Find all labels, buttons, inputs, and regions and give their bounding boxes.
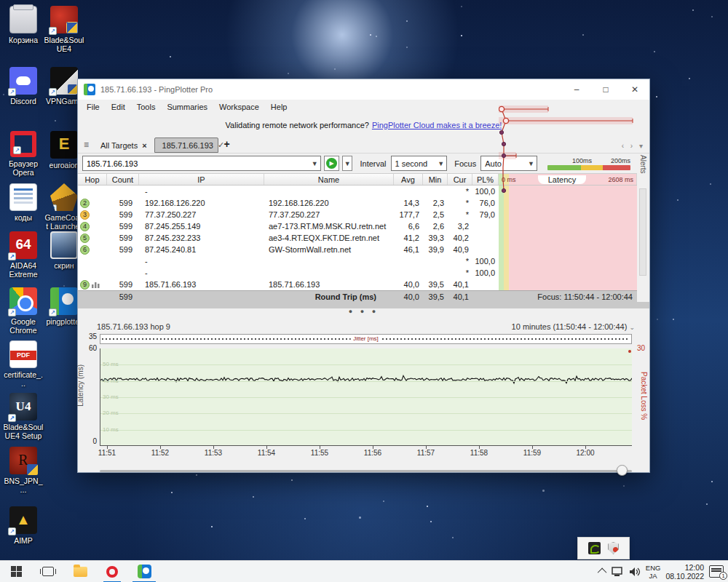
- windows-logo-icon: [11, 566, 22, 577]
- hamburger-icon[interactable]: ≡: [78, 140, 93, 153]
- desktop-icon-blade-and-soul-ue4-setup[interactable]: U4↗Blade&Soul UE4 Setup: [3, 393, 44, 440]
- chevron-down-icon: ⌄: [629, 324, 635, 331]
- clock[interactable]: 12:00 08.10.2022: [665, 563, 704, 581]
- maximize-button[interactable]: □: [591, 79, 620, 100]
- security-shield-icon[interactable]: [608, 542, 619, 554]
- latency-cell: [499, 197, 637, 209]
- desktop-icon-aimp[interactable]: ▲↗AIMP: [3, 506, 44, 545]
- cell: 599: [107, 197, 139, 209]
- desktop-icon-aida64-extreme[interactable]: 64↗AIDA64 Extreme: [3, 231, 44, 279]
- table-row[interactable]: -*100,0: [78, 255, 637, 267]
- timeline-graph-panel: 185.71.66.193 hop 9 10 minutes (11:50:44…: [78, 321, 649, 472]
- table-row[interactable]: -*100,0: [78, 267, 637, 279]
- cell: 39,5: [423, 279, 448, 290]
- minimize-button[interactable]: –: [562, 79, 591, 100]
- desktop-icon-bns-jpn[interactable]: RBNS_JPN_...: [3, 447, 44, 494]
- discord-icon: ↗: [9, 67, 37, 95]
- network-icon[interactable]: [612, 567, 624, 577]
- shortcut-arrow-icon: ↗: [49, 308, 57, 316]
- task-view-button[interactable]: [32, 561, 64, 582]
- cell: [264, 186, 394, 197]
- scrollbar-thumb[interactable]: [617, 465, 628, 476]
- desktop-icon-google-chrome[interactable]: ↗Google Chrome: [3, 287, 44, 335]
- target-input[interactable]: [83, 159, 309, 168]
- cell: 100,0: [472, 186, 499, 197]
- close-tab-icon[interactable]: ×: [142, 141, 146, 150]
- desktop-icon-label: Google Chrome: [3, 317, 44, 335]
- hop-badge: 9: [80, 280, 90, 290]
- graph-time-range-select[interactable]: 10 minutes (11:50:44 - 12:00:44) ⌄: [512, 322, 635, 331]
- google-chrome-icon: ↗: [9, 287, 37, 315]
- menu-help[interactable]: Help: [265, 101, 293, 113]
- pingplotter-taskbar-button[interactable]: [128, 561, 160, 582]
- cell: 185.71.66.193: [264, 279, 394, 290]
- desktop-icon-recycle-bin[interactable]: Корзина: [3, 6, 44, 44]
- volume-icon[interactable]: [629, 567, 641, 577]
- blade-and-soul-ue4-setup-icon: U4↗: [9, 393, 37, 420]
- cell: *: [448, 255, 472, 267]
- banner-link[interactable]: PingPlotter Cloud makes it a breeze!: [372, 121, 502, 129]
- target-combobox[interactable]: ▼: [82, 156, 321, 171]
- desktop-icon-discord[interactable]: ↗Discord: [3, 67, 44, 105]
- y2-axis-label: Packet Loss %: [640, 372, 648, 420]
- latency-cell: [499, 209, 637, 220]
- focus-select[interactable]: Auto ▼: [480, 156, 537, 171]
- menu-tools[interactable]: Tools: [131, 101, 162, 113]
- opera-taskbar-button[interactable]: [96, 561, 128, 582]
- cell: 87.245.232.233: [139, 232, 264, 244]
- combo-dropdown-icon[interactable]: ▼: [309, 160, 320, 167]
- menu-summaries[interactable]: Summaries: [161, 101, 213, 113]
- latency-cell: [499, 279, 637, 290]
- table-row[interactable]: 9599185.71.66.193185.71.66.19340,039,540…: [78, 279, 637, 290]
- menu-edit[interactable]: Edit: [106, 101, 131, 113]
- table-row[interactable]: 459987.245.255.149ae7-173.RT.M9.MSK.RU.r…: [78, 220, 637, 232]
- interval-label: Interval: [355, 159, 387, 168]
- cell: *: [448, 209, 472, 220]
- cell: 39,9: [423, 244, 448, 255]
- alerts-panel-tab[interactable]: Alerts: [637, 154, 649, 299]
- new-tab-button[interactable]: +: [218, 137, 236, 153]
- tray-expand-chevron-icon[interactable]: [598, 568, 607, 578]
- desktop-icon-blade-and-soul-ue4[interactable]: ↗Blade&Soul UE4: [44, 6, 84, 53]
- table-row[interactable]: 659987.245.240.81GW-StormWall.retn.net46…: [78, 244, 637, 255]
- trace-options-dropdown[interactable]: ▼: [342, 156, 352, 171]
- tab-scroll-arrows[interactable]: ‹ › ▾: [617, 142, 649, 153]
- latency-cell: [499, 220, 637, 232]
- desktop-icon-opera-browser[interactable]: ↗Браузер Opera: [3, 131, 44, 177]
- language-indicator[interactable]: ENG JA: [646, 564, 661, 580]
- jitter-label: Jitter [ms]: [350, 335, 381, 342]
- time: 12:00: [665, 563, 704, 572]
- desktop-icon-kody-document[interactable]: коды: [3, 183, 44, 222]
- interval-select[interactable]: 1 second ▼: [391, 156, 448, 171]
- table-row[interactable]: 2599192.168.126.220192.168.126.22014,32,…: [78, 197, 637, 209]
- nvidia-settings-icon[interactable]: [588, 542, 601, 554]
- tab-target[interactable]: 185.71.66.193 ✓: [154, 137, 218, 153]
- cell: [394, 255, 423, 267]
- timeline-scrollbar[interactable]: [100, 465, 632, 477]
- splitter-handle[interactable]: ● ● ●: [349, 308, 379, 315]
- cell: 2,5: [423, 209, 448, 220]
- cell: [423, 255, 448, 267]
- scrollbar-track[interactable]: [100, 470, 632, 472]
- menu-file[interactable]: File: [81, 101, 106, 113]
- title-bar[interactable]: 185.71.66.193 - PingPlotter Pro – □ ✕: [78, 79, 649, 100]
- desktop-icon-certificate-pdf[interactable]: certificate_...: [3, 340, 44, 388]
- start-button[interactable]: [0, 561, 32, 582]
- table-row[interactable]: 559987.245.232.233ae3-4.RT.EQX.FKT.DE.re…: [78, 232, 637, 244]
- table-row[interactable]: 359977.37.250.22777.37.250.227177,72,5*7…: [78, 209, 637, 220]
- gridline-label: 20 ms: [103, 410, 119, 416]
- y-axis-label: Latency (ms): [76, 364, 84, 407]
- panel-splitter[interactable]: ● ● ●: [78, 302, 649, 321]
- cell: 599: [107, 209, 139, 220]
- file-explorer-button[interactable]: [64, 561, 96, 582]
- start-trace-button[interactable]: ▶: [324, 156, 339, 171]
- action-center-icon[interactable]: 1: [709, 565, 724, 578]
- close-button[interactable]: ✕: [620, 79, 649, 100]
- tab-all-targets[interactable]: All Targets ×: [93, 138, 154, 153]
- menu-workspace[interactable]: Workspace: [213, 101, 265, 113]
- pingplotter-icon: [138, 565, 151, 578]
- cell: [107, 267, 139, 279]
- cell: 76,0: [472, 197, 499, 209]
- alerts-scrollbar[interactable]: [639, 188, 646, 276]
- table-row[interactable]: -*100,0: [78, 186, 637, 197]
